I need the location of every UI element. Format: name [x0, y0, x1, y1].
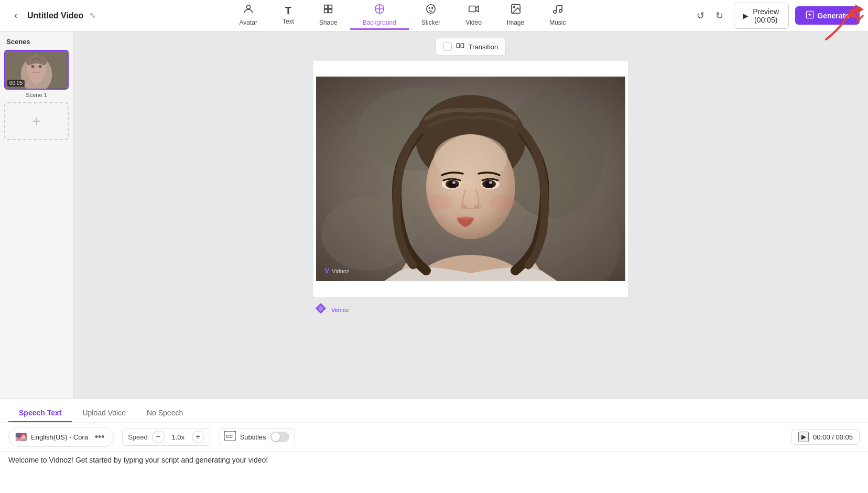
- subtitles-toggle[interactable]: [270, 432, 289, 442]
- canvas-area: Transition: [73, 31, 868, 399]
- speed-value: 1.0x: [169, 433, 188, 441]
- play-icon: ▶: [801, 433, 806, 441]
- svg-point-8: [427, 5, 436, 14]
- svg-rect-2: [329, 9, 332, 13]
- canvas-frame: V Vidnoz: [313, 61, 628, 297]
- topbar: ‹ Untitled Video ✎ Avatar T Text Sh: [0, 0, 868, 31]
- preview-button[interactable]: ▶ Preview (00:05): [734, 3, 789, 29]
- svg-rect-24: [457, 44, 459, 48]
- vidnoz-logo-icon: [313, 301, 328, 319]
- tab-sticker[interactable]: Sticker: [409, 1, 453, 30]
- tab-video[interactable]: Video: [453, 1, 494, 30]
- playback-control: ▶ 00:00 / 00:05: [791, 429, 860, 445]
- add-scene-button[interactable]: +: [4, 102, 69, 140]
- transition-label: Transition: [469, 43, 498, 51]
- toggle-knob: [272, 433, 280, 441]
- tab-avatar-label: Avatar: [239, 19, 257, 26]
- tab-music[interactable]: Music: [537, 1, 578, 30]
- tab-shape[interactable]: Shape: [307, 1, 350, 30]
- bottom-panel: Speech Text Upload Voice No Speech 🇺🇸 En…: [0, 399, 868, 493]
- svg-point-15: [559, 9, 562, 12]
- transition-icon: [456, 41, 464, 52]
- play-button[interactable]: ▶: [798, 432, 809, 442]
- language-selector[interactable]: 🇺🇸 English(US) - Cora •••: [8, 427, 114, 447]
- svg-rect-3: [329, 5, 332, 8]
- background-icon: [374, 3, 385, 18]
- tab-speech-text[interactable]: Speech Text: [8, 404, 72, 422]
- tab-shape-label: Shape: [319, 19, 338, 26]
- svg-rect-25: [461, 44, 463, 48]
- tab-image[interactable]: Image: [494, 1, 537, 30]
- svg-point-44: [474, 204, 481, 209]
- back-button[interactable]: ‹: [8, 8, 23, 23]
- redo-button[interactable]: ↻: [711, 7, 728, 24]
- speed-label: Speed: [128, 433, 148, 441]
- video-icon: [468, 3, 480, 18]
- vidnoz-label-text: Vidnoz: [331, 307, 349, 313]
- preview-label: Preview (00:05): [752, 7, 780, 24]
- svg-rect-11: [469, 6, 475, 12]
- undo-redo-group: ↺ ↻: [692, 7, 728, 24]
- portrait-image: V Vidnoz: [316, 77, 625, 281]
- tab-video-label: Video: [465, 19, 481, 26]
- tab-music-label: Music: [549, 19, 566, 26]
- text-icon: T: [285, 5, 291, 17]
- svg-text:CC: CC: [226, 434, 233, 439]
- script-area: [0, 452, 868, 493]
- svg-point-46: [489, 195, 515, 210]
- svg-point-9: [429, 7, 430, 8]
- bottom-controls: 🇺🇸 English(US) - Cora ••• Speed − 1.0x +…: [0, 423, 868, 452]
- tab-upload-voice[interactable]: Upload Voice: [72, 404, 136, 422]
- svg-rect-4: [324, 9, 328, 13]
- scene-1-container: 00:05 Scene 1: [4, 50, 69, 98]
- speed-increase-button[interactable]: +: [192, 431, 204, 443]
- svg-point-10: [432, 7, 433, 8]
- tab-text-label: Text: [283, 18, 294, 25]
- language-name: English(US) - Cora: [31, 433, 88, 441]
- generate-icon: [806, 10, 814, 20]
- svg-rect-1: [324, 5, 328, 8]
- canvas-bottom-area: Vidnoz: [313, 297, 628, 321]
- generate-label: Generate: [817, 12, 849, 20]
- undo-button[interactable]: ↺: [692, 7, 709, 24]
- subtitles-label: Subtitles: [240, 433, 266, 441]
- tab-background[interactable]: Background: [350, 1, 409, 30]
- svg-point-37: [448, 180, 457, 188]
- music-icon: [552, 3, 563, 18]
- tab-sticker-label: Sticker: [421, 19, 441, 26]
- scenes-label: Scenes: [4, 38, 69, 46]
- svg-point-14: [554, 10, 557, 14]
- topbar-left: ‹ Untitled Video ✎: [8, 8, 113, 23]
- svg-text:V: V: [324, 266, 330, 275]
- tab-avatar[interactable]: Avatar: [226, 1, 269, 30]
- tab-image-label: Image: [507, 19, 524, 26]
- timecode: 00:00 / 00:05: [813, 433, 853, 441]
- scene-1-name: Scene 1: [4, 92, 69, 98]
- edit-icon[interactable]: ✎: [88, 10, 98, 21]
- flag-icon: 🇺🇸: [15, 431, 27, 443]
- shape-icon: [322, 3, 334, 18]
- image-icon: [510, 3, 522, 18]
- svg-point-0: [246, 5, 250, 9]
- svg-text:Vidnoz: Vidnoz: [332, 268, 350, 274]
- svg-point-38: [452, 181, 455, 184]
- scene-1-thumbnail[interactable]: 00:05: [4, 50, 69, 90]
- scene-1-timestamp: 00:05: [7, 80, 25, 87]
- sticker-icon: [425, 3, 437, 18]
- svg-point-45: [426, 195, 452, 210]
- speed-decrease-button[interactable]: −: [152, 431, 165, 443]
- tab-no-speech[interactable]: No Speech: [136, 404, 193, 422]
- subtitles-control: CC Subtitles: [219, 428, 295, 445]
- language-more-button[interactable]: •••: [92, 430, 107, 444]
- tab-background-label: Background: [363, 19, 396, 26]
- project-title: Untitled Video: [27, 11, 83, 20]
- nav-tools: Avatar T Text Shape Background: [113, 1, 692, 30]
- transition-bar[interactable]: Transition: [436, 38, 506, 56]
- topbar-right: ↺ ↻ ▶ Preview (00:05) Generate: [692, 3, 860, 29]
- tab-text[interactable]: T Text: [270, 3, 307, 29]
- avatar-icon: [243, 3, 254, 18]
- script-textarea[interactable]: [8, 456, 860, 487]
- transition-checkbox[interactable]: [443, 42, 452, 51]
- generate-button[interactable]: Generate: [795, 6, 860, 25]
- preview-play-icon: ▶: [743, 12, 748, 20]
